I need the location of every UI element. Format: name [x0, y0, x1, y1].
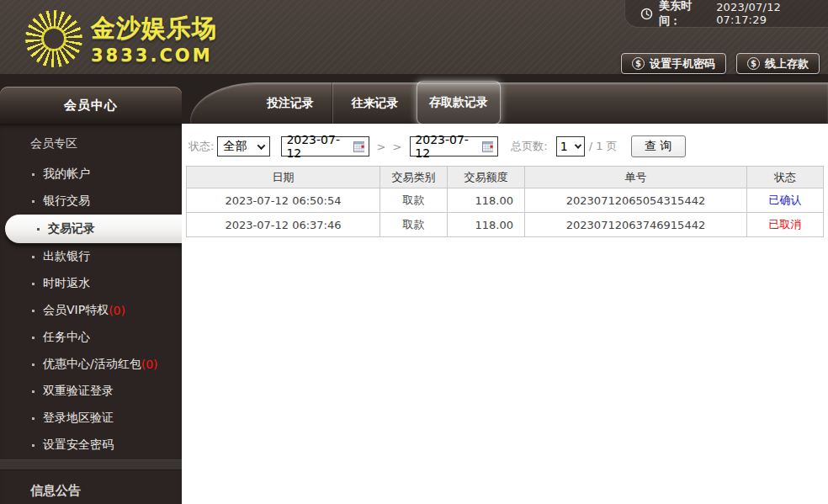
sunburst-logo-icon — [25, 10, 82, 67]
time-label: 美东时间： — [659, 0, 710, 29]
sidebar-item-交易记录[interactable]: 交易记录 — [5, 215, 182, 243]
cell-order-no: 20230712065054315442 — [525, 188, 747, 213]
logo-domain: 3833.COM — [91, 45, 209, 66]
sidebar-item-label: 任务中心 — [43, 330, 90, 345]
dollar-circle-icon — [747, 57, 760, 70]
sidebar-item-label: 优惠中心/活动红包 — [43, 357, 141, 372]
tab-投注记录[interactable]: 投注记录 — [248, 82, 332, 124]
sidebar-item-出款银行[interactable]: 出款银行 — [0, 243, 182, 270]
cell-date: 2023-07-12 06:37:46 — [187, 213, 380, 237]
sidebar-menu: 我的帐户银行交易交易记录出款银行时时返水会员VIP特权(0)任务中心优惠中心/活… — [0, 161, 182, 459]
status-select[interactable]: 全部 — [217, 136, 270, 157]
date-from-input[interactable]: 2023-07-12 — [281, 136, 369, 157]
bullet-icon — [32, 337, 34, 339]
time-value: 2023/07/12 07:17:29 — [716, 1, 828, 26]
column-header-交易额度: 交易额度 — [448, 167, 525, 188]
pages-suffix: / 1 页 — [589, 139, 618, 154]
tab-存取款记录[interactable]: 存取款记录 — [417, 81, 501, 125]
sidebar-item-我的帐户[interactable]: 我的帐户 — [0, 161, 182, 188]
bullet-icon — [32, 200, 34, 203]
column-header-状态: 状态 — [747, 167, 824, 188]
cell-type: 取款 — [380, 188, 448, 213]
calendar-icon — [482, 141, 494, 152]
site-logo[interactable]: 金沙娱乐场 3833.COM — [20, 3, 214, 77]
chevron-down-icon — [257, 141, 266, 150]
table-row: 2023-07-12 06:50:54取款118.002023071206505… — [187, 188, 824, 213]
sidebar-divider — [0, 459, 182, 470]
sidebar-item-任务中心[interactable]: 任务中心 — [0, 324, 182, 351]
sidebar-item-双重验证登录[interactable]: 双重验证登录 — [0, 378, 182, 405]
header-buttons: 设置手机密码 线上存款 — [621, 53, 820, 74]
logo-title: 金沙娱乐场 — [91, 12, 209, 45]
date-to-input[interactable]: 2023-07-12 — [410, 136, 498, 157]
bullet-icon — [32, 173, 34, 176]
bullet-icon — [32, 256, 34, 258]
sidebar-item-设置安全密码[interactable]: 设置安全密码 — [0, 432, 182, 459]
cell-order-no: 20230712063746915442 — [525, 213, 747, 237]
app-header: 金沙娱乐场 3833.COM 美东时间： 2023/07/12 07:17:29… — [0, 0, 828, 124]
clock-icon — [640, 8, 653, 20]
sidebar-item-优惠中心/活动红包[interactable]: 优惠中心/活动红包(0) — [0, 351, 182, 378]
query-button[interactable]: 查 询 — [631, 135, 686, 157]
filter-bar: 状态: 全部 2023-07-12 > > 2023-07 — [188, 135, 686, 157]
sidebar-item-会员VIP特权[interactable]: 会员VIP特权(0) — [0, 297, 182, 324]
cell-date: 2023-07-12 06:50:54 — [187, 188, 380, 213]
sidebar-item-label: 交易记录 — [48, 221, 95, 236]
sidebar-item-label: 双重验证登录 — [43, 384, 114, 399]
sidebar-item-label: 我的帐户 — [43, 167, 90, 182]
transaction-table: 日期交易类别交易额度单号状态 2023-07-12 06:50:54取款118.… — [186, 166, 824, 237]
sidebar-section-announcements[interactable]: 信息公告 — [0, 470, 182, 499]
calendar-icon — [353, 141, 365, 152]
sidebar-item-时时返水[interactable]: 时时返水 — [0, 270, 182, 297]
date-range-separator: > > — [376, 141, 403, 153]
notification-badge: (0) — [109, 304, 125, 317]
online-deposit-button[interactable]: 线上存款 — [736, 53, 820, 74]
column-header-交易类别: 交易类别 — [380, 167, 448, 188]
cell-status: 已确认 — [747, 188, 824, 213]
total-pages-label: 总页数: — [511, 139, 547, 154]
column-header-日期: 日期 — [187, 167, 380, 188]
sidebar-item-银行交易[interactable]: 银行交易 — [0, 188, 182, 215]
column-header-单号: 单号 — [525, 167, 747, 188]
bullet-icon — [32, 444, 34, 447]
dollar-circle-icon — [632, 57, 645, 70]
member-center-title: 会员中心 — [0, 87, 182, 124]
sidebar-item-label: 会员VIP特权 — [43, 303, 109, 318]
sidebar-section-member-zone[interactable]: 会员专区 — [0, 124, 182, 161]
bullet-icon — [32, 363, 34, 366]
member-center-page: 金沙娱乐场 3833.COM 美东时间： 2023/07/12 07:17:29… — [0, 0, 828, 504]
set-phone-password-button[interactable]: 设置手机密码 — [621, 53, 726, 74]
tab-往来记录[interactable]: 往来记录 — [332, 82, 417, 124]
sidebar-item-label: 银行交易 — [43, 194, 90, 209]
cell-status: 已取消 — [747, 213, 824, 237]
bullet-icon — [32, 417, 34, 420]
sidebar-item-登录地区验证[interactable]: 登录地区验证 — [0, 405, 182, 432]
table-header-row: 日期交易类别交易额度单号状态 — [187, 167, 824, 188]
notification-badge: (0) — [141, 358, 158, 371]
sidebar-item-label: 设置安全密码 — [43, 438, 114, 453]
chevron-down-icon — [574, 141, 581, 148]
sidebar: 会员专区 我的帐户银行交易交易记录出款银行时时返水会员VIP特权(0)任务中心优… — [0, 124, 182, 504]
cell-amount: 118.00 — [448, 213, 525, 237]
sidebar-item-label: 登录地区验证 — [43, 411, 114, 426]
cell-type: 取款 — [380, 213, 448, 237]
sidebar-item-label: 时时返水 — [43, 276, 90, 291]
page-select[interactable]: 1 — [556, 136, 585, 157]
bullet-icon — [37, 228, 40, 231]
table-row: 2023-07-12 06:37:46取款118.002023071206374… — [187, 213, 824, 237]
status-filter-label: 状态: — [188, 139, 214, 154]
server-time-panel: 美东时间： 2023/07/12 07:17:29 — [624, 0, 828, 28]
bullet-icon — [32, 390, 34, 393]
main-content: 状态: 全部 2023-07-12 > > 2023-07 — [182, 124, 828, 504]
cell-amount: 118.00 — [448, 188, 525, 213]
bullet-icon — [32, 310, 34, 312]
tab-bar: 投注记录往来记录存取款记录 — [190, 82, 828, 124]
bullet-icon — [32, 283, 34, 285]
sidebar-item-label: 出款银行 — [43, 249, 90, 264]
